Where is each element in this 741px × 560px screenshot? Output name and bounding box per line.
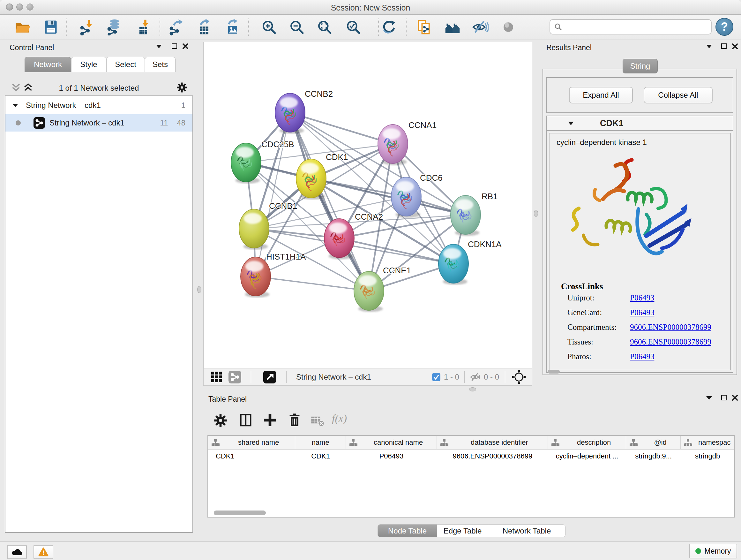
tab-node-table[interactable]: Node Table <box>378 524 437 537</box>
export-network-icon[interactable] <box>167 18 185 36</box>
apply-preferred-layout-icon[interactable] <box>380 18 398 36</box>
table-row[interactable]: CDK1CDK1P064939606.ENSP00000378699cyclin… <box>208 449 734 463</box>
bottom-splitter-handle[interactable] <box>469 387 476 391</box>
table-panel-maximize-icon[interactable] <box>721 395 727 400</box>
table-hscroll-thumb[interactable] <box>214 510 266 515</box>
cell-name[interactable]: CDK1 <box>295 449 346 463</box>
open-file-icon[interactable] <box>13 18 31 36</box>
first-neighbors-icon[interactable] <box>444 18 461 36</box>
cell-value: stringdb <box>681 452 734 460</box>
search-input[interactable] <box>549 19 712 35</box>
tab-network-table[interactable]: Network Table <box>488 524 565 537</box>
network-collection-row[interactable]: String Network – cdk1 1 <box>5 98 192 113</box>
cloud-status-button[interactable] <box>7 545 27 559</box>
collection-expand-icon[interactable] <box>12 104 18 107</box>
column-header--id[interactable]: @id <box>626 436 681 449</box>
delete-column-icon[interactable] <box>287 413 302 428</box>
toolbar-separator <box>505 371 505 383</box>
network-node-CDKN1A[interactable]: CDKN1A <box>439 240 502 285</box>
export-image-icon[interactable] <box>223 18 241 36</box>
network-node-HIST1H1A[interactable]: HIST1H1A <box>241 252 306 298</box>
column-header-namespac[interactable]: namespac <box>681 436 734 449</box>
results-panel-float-icon[interactable] <box>706 45 712 48</box>
hide-selected-icon[interactable] <box>471 18 489 36</box>
import-network-file-icon[interactable] <box>78 18 96 36</box>
network-node-CDC25B[interactable]: CDC25B <box>231 139 294 184</box>
pan-crosshair-icon[interactable] <box>512 370 526 384</box>
crosslink-link[interactable]: P06493 <box>630 294 654 302</box>
network-node-CCNB1[interactable]: CCNB1 <box>239 201 297 250</box>
memory-status-dot <box>695 548 701 554</box>
network-options-gear-icon[interactable] <box>176 82 188 93</box>
selected-checkbox-icon[interactable] <box>432 373 441 381</box>
cell-namespac[interactable]: stringdb <box>681 449 734 463</box>
import-network-database-icon[interactable] <box>105 18 123 36</box>
gene-section-header[interactable]: CDK1 <box>547 116 733 131</box>
tab-select[interactable]: Select <box>106 57 145 72</box>
grid-view-icon[interactable] <box>211 371 223 383</box>
results-panel-close-icon[interactable] <box>731 43 738 50</box>
show-all-icon[interactable] <box>499 18 517 36</box>
zoom-in-icon[interactable] <box>260 18 278 36</box>
import-table-file-icon[interactable] <box>134 18 152 36</box>
tab-network[interactable]: Network <box>24 57 71 72</box>
column-header-database-identifier[interactable]: database identifier <box>437 436 548 449</box>
collapse-all-networks-icon[interactable] <box>11 82 21 92</box>
control-panel-maximize-icon[interactable] <box>172 44 177 49</box>
gene-name: CDK1 <box>600 118 623 128</box>
network-canvas[interactable]: CCNB2CCNA1CDC25BCDK1CDC6RB1CCNB1CCNA2CDK… <box>203 42 532 368</box>
network-node-RB1[interactable]: RB1 <box>451 192 498 236</box>
crosslink-link[interactable]: 9606.ENSP00000378699 <box>630 323 711 332</box>
cell-shared-name[interactable]: CDK1 <box>208 449 295 463</box>
network-tree-row[interactable]: String Network – cdk1 11 48 <box>5 114 192 132</box>
zoom-fit-icon[interactable] <box>316 18 333 36</box>
tab-style[interactable]: Style <box>71 57 106 72</box>
cell-database-identifier[interactable]: 9606.ENSP00000378699 <box>437 449 548 463</box>
network-share-icon[interactable] <box>228 371 241 383</box>
warning-status-button[interactable] <box>33 545 53 559</box>
results-panel-maximize-icon[interactable] <box>721 44 727 49</box>
show-columns-icon[interactable] <box>238 413 253 428</box>
column-header-canonical-name[interactable]: canonical name <box>346 436 437 449</box>
create-column-icon[interactable] <box>262 413 278 428</box>
table-panel-close-icon[interactable] <box>731 394 738 401</box>
network-node-CCNE1[interactable]: CCNE1 <box>354 266 411 312</box>
expand-all-networks-icon[interactable] <box>23 82 33 92</box>
zoom-selected-icon[interactable] <box>344 18 362 36</box>
clone-network-icon[interactable] <box>415 18 433 36</box>
tab-edge-table[interactable]: Edge Table <box>437 524 488 537</box>
node-label-CDC6: CDC6 <box>420 173 443 183</box>
results-hscroll-thumb[interactable] <box>548 370 560 374</box>
table-panel-float-icon[interactable] <box>706 396 712 400</box>
tab-string[interactable]: String <box>623 59 658 73</box>
crosslink-link[interactable]: P06493 <box>630 308 654 317</box>
collection-label: String Network – cdk1 <box>26 101 101 110</box>
tab-sets[interactable]: Sets <box>145 57 176 72</box>
left-splitter-handle[interactable] <box>197 286 201 293</box>
save-session-icon[interactable] <box>42 18 60 36</box>
right-splitter-handle[interactable] <box>534 210 538 217</box>
control-panel-float-icon[interactable] <box>156 45 162 48</box>
birds-eye-view-icon[interactable] <box>263 371 276 383</box>
network-node-CCNB2[interactable]: CCNB2 <box>275 89 333 134</box>
expand-all-button[interactable]: Expand All <box>569 87 633 104</box>
crosslink-link[interactable]: P06493 <box>630 352 654 361</box>
cell-canonical-name[interactable]: P06493 <box>346 449 437 463</box>
table-options-gear-icon[interactable] <box>213 413 228 428</box>
help-button[interactable]: ? <box>716 18 733 36</box>
column-header-name[interactable]: name <box>295 436 346 449</box>
cell--id[interactable]: stringdb:9... <box>626 449 681 463</box>
column-header-shared-name[interactable]: shared name <box>208 436 295 449</box>
zoom-out-icon[interactable] <box>288 18 306 36</box>
search-field[interactable] <box>562 20 711 33</box>
collapse-all-button[interactable]: Collapse All <box>644 87 713 104</box>
column-label: description <box>562 438 625 447</box>
control-panel-close-icon[interactable] <box>182 43 189 50</box>
memory-button[interactable]: Memory <box>689 544 737 558</box>
section-collapse-icon[interactable] <box>568 122 574 125</box>
crosslink-link[interactable]: 9606.ENSP00000378699 <box>630 337 711 347</box>
column-header-description[interactable]: description <box>548 436 626 449</box>
table-header: shared namenamecanonical namedatabase id… <box>208 436 734 449</box>
export-table-icon[interactable] <box>195 18 213 36</box>
cell-description[interactable]: cyclin–dependent ... <box>548 449 626 463</box>
